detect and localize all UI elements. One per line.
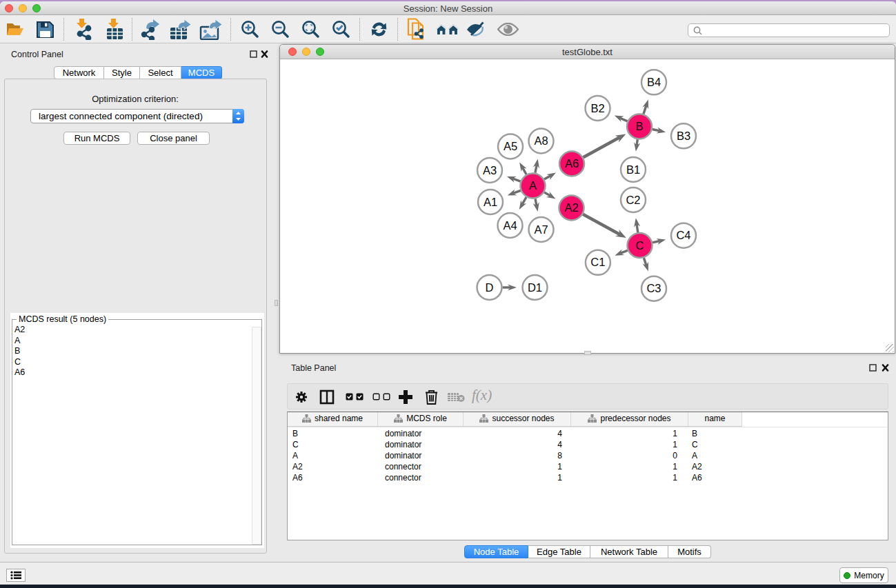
- svg-text:B: B: [635, 120, 643, 132]
- svg-text:D1: D1: [528, 281, 542, 294]
- svg-text:B2: B2: [590, 102, 604, 114]
- svg-text:A8: A8: [534, 134, 548, 147]
- svg-text:A4: A4: [503, 219, 517, 232]
- svg-text:A7: A7: [534, 223, 548, 236]
- svg-text:A1: A1: [484, 196, 497, 208]
- svg-text:C: C: [636, 239, 644, 252]
- svg-text:C1: C1: [590, 256, 605, 268]
- svg-text:B4: B4: [647, 76, 661, 88]
- svg-text:A6: A6: [565, 157, 579, 170]
- svg-text:A: A: [529, 179, 537, 192]
- svg-text:C4: C4: [676, 229, 690, 241]
- svg-text:B3: B3: [677, 130, 690, 142]
- svg-text:B1: B1: [626, 163, 640, 176]
- svg-text:A3: A3: [483, 164, 497, 176]
- svg-text:D: D: [486, 281, 494, 294]
- svg-text:A2: A2: [564, 201, 578, 214]
- svg-text:A5: A5: [504, 140, 517, 152]
- svg-text:C3: C3: [646, 282, 661, 294]
- svg-text:C2: C2: [626, 194, 640, 206]
